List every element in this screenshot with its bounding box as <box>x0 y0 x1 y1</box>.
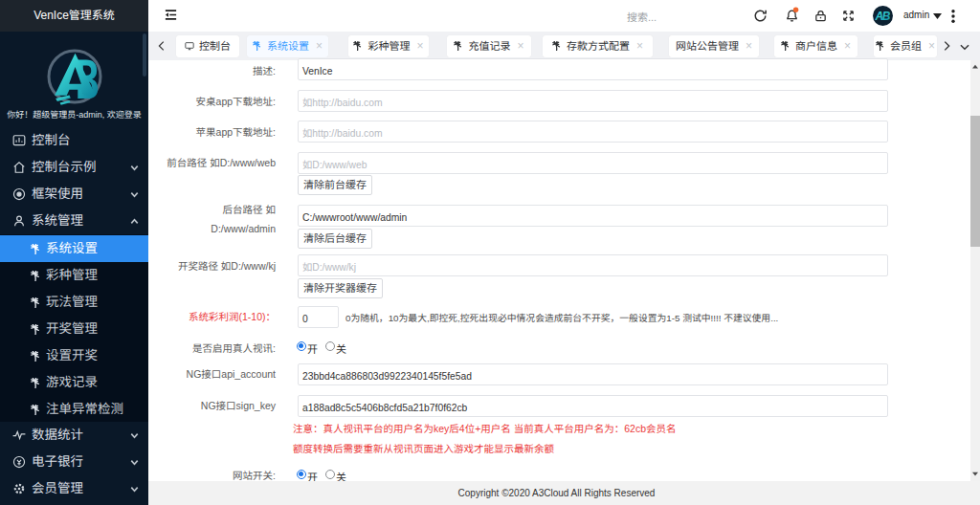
svg-text:AB: AB <box>875 10 891 23</box>
